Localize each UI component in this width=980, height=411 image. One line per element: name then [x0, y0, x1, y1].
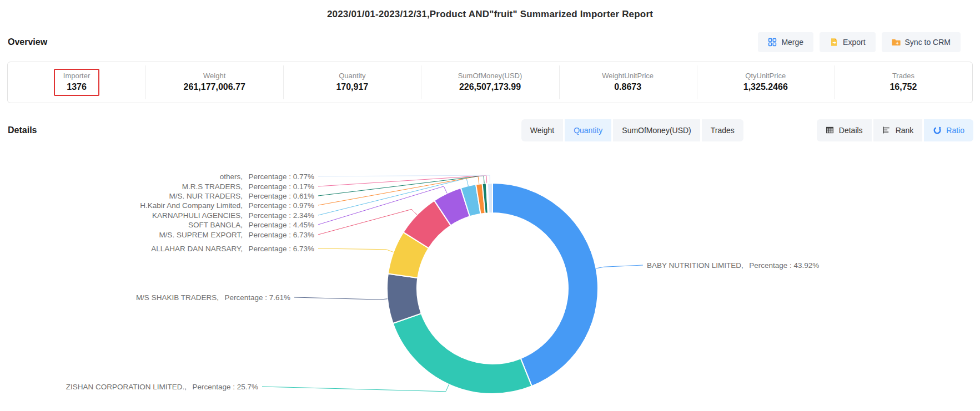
page-title: 2023/01/01-2023/12/31,Product AND"fruit"… [0, 0, 980, 20]
view-buttons: DetailsRankRatio [817, 119, 973, 141]
stat-qty-unit-price: QtyUnitPrice1,325.2466 [697, 69, 835, 96]
pie-slice-baby-nutrition-limited[interactable] [492, 183, 598, 386]
stat-label: Weight [184, 72, 245, 80]
overview-stats-card: Importer1376Weight261,177,006.77Quantity… [7, 62, 973, 103]
sync-to-crm-button-label: Sync to CRM [905, 38, 951, 47]
metric-tabs: WeightQuantitySumOfMoney(USD)Trades [521, 119, 743, 141]
pie-label: M/S. SUPREM EXPORT, Percentage : 6.73% [159, 231, 314, 239]
merge-button[interactable]: Merge [758, 32, 813, 52]
tab-sumofmoney-usd[interactable]: SumOfMoney(USD) [613, 119, 700, 141]
pie-slice-others[interactable] [488, 183, 492, 213]
details-heading: Details [8, 125, 37, 135]
stat-sum-of-money-usd: SumOfMoney(USD)226,507,173.99 [421, 69, 559, 96]
rank-view-button[interactable]: Rank [873, 119, 923, 141]
stat-value: 226,507,173.99 [458, 82, 522, 92]
stat-label: Importer [63, 72, 90, 80]
pie-label: SOFT BANGLA, Percentage : 4.45% [188, 221, 314, 229]
donut-chart: BABY NUTRITION LIMITED, Percentage : 43.… [0, 146, 980, 398]
tab-quantity[interactable]: Quantity [565, 119, 611, 141]
view-button-label: Ratio [946, 126, 964, 135]
merge-button-label: Merge [781, 38, 803, 47]
merge-icon [768, 38, 777, 47]
pie-slice-zishan-corporation-limited[interactable] [393, 313, 532, 394]
view-button-label: Rank [896, 126, 914, 135]
pie-leader-line [318, 175, 490, 183]
overview-heading: Overview [8, 37, 47, 47]
stat-value: 1,325.2466 [743, 82, 788, 92]
table-icon [826, 126, 835, 135]
stat-weight: Weight261,177,006.77 [145, 69, 283, 96]
pie-label: others, Percentage : 0.77% [220, 172, 314, 181]
tab-weight[interactable]: Weight [521, 119, 563, 141]
overview-header-row: Overview Merge Export Sync to CRM [8, 32, 961, 52]
stat-value: 170,917 [336, 82, 368, 92]
pie-label: ALLAHAR DAN NARSARY, Percentage : 6.73% [151, 245, 314, 253]
pie-leader-line [596, 265, 643, 268]
stat-value: 0.8673 [602, 82, 654, 92]
pie-leader-line [294, 297, 388, 300]
stat-weight-unit-price: WeightUnitPrice0.8673 [559, 69, 697, 96]
tab-trades[interactable]: Trades [702, 119, 743, 141]
pie-label: ZISHAN CORPORATION LIMITED., Percentage … [66, 383, 258, 391]
pie-label: H.Kabir And Company Limited, Percentage … [140, 201, 314, 210]
pie-label: M/S SHAKIB TRADERS, Percentage : 7.61% [136, 293, 290, 302]
stat-label: Quantity [336, 72, 368, 80]
ratio-view-button[interactable]: Ratio [924, 119, 973, 141]
stat-trades: Trades16,752 [835, 69, 972, 96]
importer-ratio-chart: BABY NUTRITION LIMITED, Percentage : 43.… [0, 146, 980, 398]
stat-value: 16,752 [889, 82, 917, 92]
ratio-icon [933, 126, 942, 135]
importer-highlight-box: Importer1376 [54, 69, 99, 96]
pie-label: M.R.S TRADERS, Percentage : 0.17% [182, 182, 314, 191]
rank-icon [882, 126, 891, 135]
pie-label: KARNAPHULI AGENCIES, Percentage : 2.34% [152, 211, 314, 220]
stat-value: 1376 [63, 82, 90, 92]
stat-label: Trades [889, 72, 917, 80]
details-view-button[interactable]: Details [817, 119, 872, 141]
export-icon [830, 38, 838, 47]
pie-label: BABY NUTRITION LIMITED, Percentage : 43.… [647, 261, 819, 270]
export-button-label: Export [843, 38, 865, 47]
export-button[interactable]: Export [820, 32, 875, 52]
pie-leader-line [318, 209, 417, 235]
pie-leader-line [318, 175, 487, 186]
stat-label: SumOfMoney(USD) [458, 72, 522, 80]
folder-sync-icon [892, 38, 901, 47]
stat-label: WeightUnitPrice [602, 72, 654, 80]
view-button-label: Details [839, 126, 863, 135]
pie-label: M/S. NUR TRADERS, Percentage : 0.61% [169, 192, 314, 200]
sync-to-crm-button[interactable]: Sync to CRM [882, 32, 961, 52]
pie-leader-line [318, 248, 394, 252]
stat-importer: Importer1376 [8, 69, 145, 96]
stat-value: 261,177,006.77 [184, 82, 245, 92]
details-header-row: Details WeightQuantitySumOfMoney(USD)Tra… [8, 119, 973, 141]
stat-quantity: Quantity170,917 [283, 69, 421, 96]
stat-label: QtyUnitPrice [743, 72, 788, 80]
pie-leader-line [262, 384, 449, 392]
overview-actions: Merge Export Sync to CRM [758, 32, 961, 52]
